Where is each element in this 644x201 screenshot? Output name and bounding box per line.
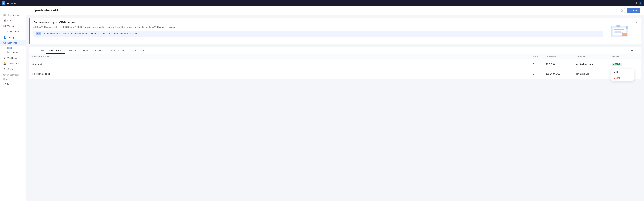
tabs-bar: VPCs CIDR Ranges Exclusions DNS Connecti… bbox=[32, 47, 638, 54]
brand-icon: S bbox=[2, 1, 5, 4]
table-view-button[interactable]: ☰ bbox=[629, 48, 635, 53]
info-banner: An overview of your CIDR ranges All Stax… bbox=[29, 18, 641, 44]
cost-icon: 💰 bbox=[3, 19, 6, 22]
sidebar-item-label: Organization bbox=[8, 14, 20, 16]
docs-section-label: DOCUMENTATION bbox=[0, 72, 26, 77]
networks-icon: 🌐 bbox=[3, 41, 6, 44]
sidebar-item-api-docs[interactable]: API Docs bbox=[0, 82, 26, 87]
col-header-actions bbox=[631, 56, 638, 57]
tabs-container: VPCs CIDR Ranges Exclusions DNS Connecti… bbox=[29, 47, 641, 54]
tab-dns[interactable]: DNS bbox=[80, 47, 90, 54]
identity-icon: 👤 bbox=[3, 36, 6, 39]
page-header-right: 🕐 + Create bbox=[618, 8, 640, 13]
tab-cidr-ranges[interactable]: CIDR Ranges bbox=[46, 47, 65, 54]
tab-hub-peering[interactable]: Hub Peering bbox=[130, 47, 147, 54]
cell-name-prod: prod-cidr-range-01 bbox=[32, 73, 533, 75]
sidebar-collapse: ‹ bbox=[0, 6, 26, 11]
row-menu-button-default[interactable]: ⋮ bbox=[631, 62, 636, 67]
sidebar-item-notifications[interactable]: 🔔 Notifications bbox=[0, 61, 26, 66]
workloads-icon: ⚙ bbox=[3, 56, 6, 59]
col-header-status: STATUS bbox=[612, 56, 631, 57]
collapse-button[interactable]: ‹ bbox=[1, 7, 2, 10]
status-badge-default: ACTIVE bbox=[612, 63, 622, 66]
cell-created-default: about 4 hours ago bbox=[576, 63, 612, 65]
col-header-name: CIDR RANGE NAME bbox=[32, 56, 533, 57]
sidebar-item-hubs[interactable]: Hubs bbox=[0, 46, 26, 50]
topbar-right: ⊞ 👤 bbox=[635, 1, 642, 4]
sidebar-item-label: Compliance bbox=[8, 30, 19, 33]
tab-exclusions[interactable]: Exclusions bbox=[65, 47, 80, 54]
page-title: prod-network-01 bbox=[35, 9, 58, 12]
row-name-prod: prod-cidr-range-01 bbox=[32, 73, 50, 75]
sidebar: ‹ 🏢 Organization 💰 Cost 📊 Wastage 🛡 Comp… bbox=[0, 6, 26, 201]
col-header-created: CREATED bbox=[576, 56, 612, 57]
info-banner-illustration bbox=[606, 21, 633, 41]
cell-vpcs-prod: 0 bbox=[533, 73, 546, 75]
row-name-default: default bbox=[35, 63, 42, 65]
sidebar-item-label: Identity bbox=[8, 36, 14, 38]
svg-rect-7 bbox=[616, 25, 620, 26]
page-header: ← prod-network-01 🕐 + Create bbox=[26, 6, 644, 15]
sidebar-item-organization[interactable]: 🏢 Organization bbox=[0, 12, 26, 18]
cell-cidr-prod: 192.168.0.0/23 bbox=[546, 73, 576, 75]
notifications-icon: 🔔 bbox=[3, 62, 6, 65]
tab-connectivity[interactable]: Connectivity bbox=[90, 47, 107, 54]
sidebar-item-label: Cost bbox=[8, 19, 12, 22]
brand: S stax-demo bbox=[2, 1, 16, 4]
sidebar-item-networks[interactable]: 🌐 Networks bbox=[0, 40, 26, 46]
tab-advanced-routing[interactable]: Advanced Routing bbox=[107, 47, 130, 54]
context-menu-edit[interactable]: Edit bbox=[611, 69, 634, 75]
grid-icon[interactable]: ⊞ bbox=[635, 1, 637, 4]
sidebar-item-compliance[interactable]: 🛡 Compliance bbox=[0, 29, 26, 34]
cell-cidr-default: 10.0.0.0/8 bbox=[546, 63, 576, 65]
context-menu-delete[interactable]: Delete bbox=[611, 75, 634, 81]
table-container: CIDR RANGE NAME VPCS CIDR RANGE CREATED … bbox=[29, 54, 641, 79]
tip-text: The configured CIDR Range must be contai… bbox=[42, 32, 138, 35]
settings-icon: ⚙ bbox=[3, 68, 6, 70]
sidebar-item-label: Workloads bbox=[8, 57, 18, 59]
sidebar-item-settings[interactable]: ⚙ Settings bbox=[0, 66, 26, 72]
tabs-right: ☰ bbox=[629, 48, 635, 53]
svg-point-6 bbox=[626, 26, 628, 29]
connections-label: Connections bbox=[7, 51, 19, 53]
page-header-left: ← prod-network-01 bbox=[30, 9, 58, 12]
clock-button[interactable]: 🕐 bbox=[618, 8, 625, 13]
sidebar-item-label: Wastage bbox=[8, 25, 16, 27]
illustration-svg bbox=[608, 23, 631, 39]
sidebar-item-wastage[interactable]: 📊 Wastage bbox=[0, 23, 26, 29]
compliance-icon: 🛡 bbox=[3, 30, 6, 33]
info-banner-close-button[interactable]: × bbox=[636, 21, 637, 24]
help-label: Help bbox=[3, 78, 8, 80]
api-docs-label: API Docs bbox=[3, 83, 12, 85]
sidebar-item-cost[interactable]: 💰 Cost bbox=[0, 18, 26, 23]
svg-rect-3 bbox=[614, 31, 621, 32]
topbar: S stax-demo ⊞ 👤 bbox=[0, 0, 644, 6]
cell-actions-default: ⋮ bbox=[631, 62, 638, 67]
main-content: ← prod-network-01 🕐 + Create An overview… bbox=[26, 6, 644, 201]
svg-rect-4 bbox=[614, 32, 623, 33]
col-header-vpcs: VPCS bbox=[533, 56, 546, 57]
brand-name: stax-demo bbox=[6, 2, 16, 4]
context-menu: Edit Delete bbox=[611, 69, 634, 81]
cell-created-prod: 4 minutes ago bbox=[576, 73, 612, 75]
cell-status-default: ACTIVE bbox=[612, 63, 631, 66]
back-button[interactable]: ← bbox=[30, 9, 33, 12]
user-icon[interactable]: 👤 bbox=[639, 1, 642, 4]
tip-label: Tip bbox=[36, 32, 41, 35]
sidebar-item-identity[interactable]: 👤 Identity bbox=[0, 34, 26, 40]
tab-vpcs[interactable]: VPCs bbox=[36, 47, 46, 54]
organization-icon: 🏢 bbox=[3, 13, 6, 16]
hubs-label: Hubs bbox=[7, 46, 12, 49]
create-button[interactable]: + Create bbox=[626, 8, 640, 13]
sidebar-item-connections[interactable]: Connections bbox=[0, 50, 26, 54]
info-banner-description: All Stax VPCs reside within a CIDR Range… bbox=[34, 25, 603, 29]
sidebar-item-workloads[interactable]: ⚙ Workloads bbox=[0, 55, 26, 61]
table-header: CIDR RANGE NAME VPCS CIDR RANGE CREATED … bbox=[29, 54, 641, 59]
info-banner-title: An overview of your CIDR ranges bbox=[34, 21, 603, 24]
sidebar-item-label: Settings bbox=[8, 68, 15, 70]
svg-rect-2 bbox=[614, 29, 624, 30]
sidebar-nav: 🏢 Organization 💰 Cost 📊 Wastage 🛡 Compli… bbox=[0, 11, 26, 72]
cell-vpcs-default: 2 bbox=[533, 63, 546, 65]
sidebar-item-help[interactable]: Help bbox=[0, 77, 26, 82]
info-banner-content: An overview of your CIDR ranges All Stax… bbox=[34, 21, 603, 37]
